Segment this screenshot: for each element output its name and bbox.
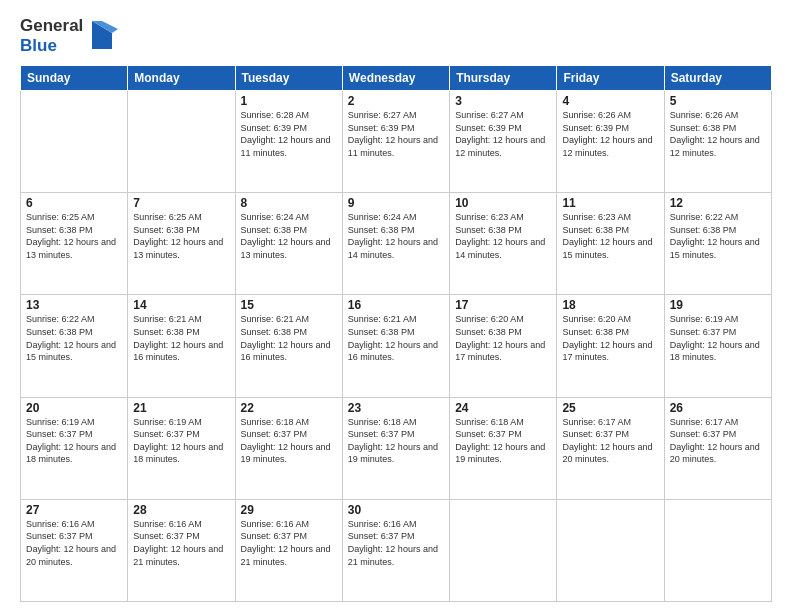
day-number: 25 bbox=[562, 401, 658, 415]
weekday-header-row: SundayMondayTuesdayWednesdayThursdayFrid… bbox=[21, 66, 772, 91]
day-number: 14 bbox=[133, 298, 229, 312]
day-cell bbox=[664, 499, 771, 601]
weekday-header-thursday: Thursday bbox=[450, 66, 557, 91]
day-number: 11 bbox=[562, 196, 658, 210]
day-info: Sunrise: 6:17 AM Sunset: 6:37 PM Dayligh… bbox=[670, 416, 766, 466]
day-number: 23 bbox=[348, 401, 444, 415]
day-cell: 9Sunrise: 6:24 AM Sunset: 6:38 PM Daylig… bbox=[342, 193, 449, 295]
day-info: Sunrise: 6:25 AM Sunset: 6:38 PM Dayligh… bbox=[133, 211, 229, 261]
day-number: 15 bbox=[241, 298, 337, 312]
week-row-2: 6Sunrise: 6:25 AM Sunset: 6:38 PM Daylig… bbox=[21, 193, 772, 295]
day-info: Sunrise: 6:16 AM Sunset: 6:37 PM Dayligh… bbox=[26, 518, 122, 568]
week-row-1: 1Sunrise: 6:28 AM Sunset: 6:39 PM Daylig… bbox=[21, 91, 772, 193]
day-info: Sunrise: 6:22 AM Sunset: 6:38 PM Dayligh… bbox=[670, 211, 766, 261]
day-number: 16 bbox=[348, 298, 444, 312]
day-info: Sunrise: 6:19 AM Sunset: 6:37 PM Dayligh… bbox=[133, 416, 229, 466]
day-info: Sunrise: 6:24 AM Sunset: 6:38 PM Dayligh… bbox=[348, 211, 444, 261]
day-cell: 29Sunrise: 6:16 AM Sunset: 6:37 PM Dayli… bbox=[235, 499, 342, 601]
day-number: 12 bbox=[670, 196, 766, 210]
day-cell: 26Sunrise: 6:17 AM Sunset: 6:37 PM Dayli… bbox=[664, 397, 771, 499]
day-number: 7 bbox=[133, 196, 229, 210]
day-cell: 16Sunrise: 6:21 AM Sunset: 6:38 PM Dayli… bbox=[342, 295, 449, 397]
header: General Blue bbox=[20, 16, 772, 55]
day-cell: 4Sunrise: 6:26 AM Sunset: 6:39 PM Daylig… bbox=[557, 91, 664, 193]
day-cell: 30Sunrise: 6:16 AM Sunset: 6:37 PM Dayli… bbox=[342, 499, 449, 601]
day-number: 24 bbox=[455, 401, 551, 415]
week-row-5: 27Sunrise: 6:16 AM Sunset: 6:37 PM Dayli… bbox=[21, 499, 772, 601]
weekday-header-sunday: Sunday bbox=[21, 66, 128, 91]
day-cell: 15Sunrise: 6:21 AM Sunset: 6:38 PM Dayli… bbox=[235, 295, 342, 397]
day-info: Sunrise: 6:27 AM Sunset: 6:39 PM Dayligh… bbox=[455, 109, 551, 159]
weekday-header-tuesday: Tuesday bbox=[235, 66, 342, 91]
day-info: Sunrise: 6:16 AM Sunset: 6:37 PM Dayligh… bbox=[133, 518, 229, 568]
day-cell: 2Sunrise: 6:27 AM Sunset: 6:39 PM Daylig… bbox=[342, 91, 449, 193]
logo-icon bbox=[86, 19, 118, 53]
day-number: 10 bbox=[455, 196, 551, 210]
day-cell: 25Sunrise: 6:17 AM Sunset: 6:37 PM Dayli… bbox=[557, 397, 664, 499]
day-info: Sunrise: 6:18 AM Sunset: 6:37 PM Dayligh… bbox=[241, 416, 337, 466]
day-number: 3 bbox=[455, 94, 551, 108]
day-number: 18 bbox=[562, 298, 658, 312]
day-number: 30 bbox=[348, 503, 444, 517]
day-number: 28 bbox=[133, 503, 229, 517]
day-info: Sunrise: 6:20 AM Sunset: 6:38 PM Dayligh… bbox=[562, 313, 658, 363]
logo-general-text: General bbox=[20, 16, 83, 36]
day-info: Sunrise: 6:26 AM Sunset: 6:39 PM Dayligh… bbox=[562, 109, 658, 159]
page: General Blue SundayMondayTuesdayWednesda… bbox=[0, 0, 792, 612]
day-info: Sunrise: 6:26 AM Sunset: 6:38 PM Dayligh… bbox=[670, 109, 766, 159]
day-info: Sunrise: 6:24 AM Sunset: 6:38 PM Dayligh… bbox=[241, 211, 337, 261]
day-info: Sunrise: 6:25 AM Sunset: 6:38 PM Dayligh… bbox=[26, 211, 122, 261]
day-number: 27 bbox=[26, 503, 122, 517]
day-info: Sunrise: 6:27 AM Sunset: 6:39 PM Dayligh… bbox=[348, 109, 444, 159]
day-cell: 21Sunrise: 6:19 AM Sunset: 6:37 PM Dayli… bbox=[128, 397, 235, 499]
day-cell: 1Sunrise: 6:28 AM Sunset: 6:39 PM Daylig… bbox=[235, 91, 342, 193]
weekday-header-saturday: Saturday bbox=[664, 66, 771, 91]
day-cell: 3Sunrise: 6:27 AM Sunset: 6:39 PM Daylig… bbox=[450, 91, 557, 193]
day-number: 4 bbox=[562, 94, 658, 108]
weekday-header-monday: Monday bbox=[128, 66, 235, 91]
day-number: 19 bbox=[670, 298, 766, 312]
day-cell bbox=[128, 91, 235, 193]
day-cell: 8Sunrise: 6:24 AM Sunset: 6:38 PM Daylig… bbox=[235, 193, 342, 295]
day-info: Sunrise: 6:21 AM Sunset: 6:38 PM Dayligh… bbox=[348, 313, 444, 363]
day-cell bbox=[450, 499, 557, 601]
day-cell: 7Sunrise: 6:25 AM Sunset: 6:38 PM Daylig… bbox=[128, 193, 235, 295]
day-cell: 24Sunrise: 6:18 AM Sunset: 6:37 PM Dayli… bbox=[450, 397, 557, 499]
day-info: Sunrise: 6:22 AM Sunset: 6:38 PM Dayligh… bbox=[26, 313, 122, 363]
day-cell: 28Sunrise: 6:16 AM Sunset: 6:37 PM Dayli… bbox=[128, 499, 235, 601]
day-cell: 12Sunrise: 6:22 AM Sunset: 6:38 PM Dayli… bbox=[664, 193, 771, 295]
day-number: 13 bbox=[26, 298, 122, 312]
day-info: Sunrise: 6:17 AM Sunset: 6:37 PM Dayligh… bbox=[562, 416, 658, 466]
day-number: 29 bbox=[241, 503, 337, 517]
day-cell: 18Sunrise: 6:20 AM Sunset: 6:38 PM Dayli… bbox=[557, 295, 664, 397]
day-cell: 14Sunrise: 6:21 AM Sunset: 6:38 PM Dayli… bbox=[128, 295, 235, 397]
day-cell: 11Sunrise: 6:23 AM Sunset: 6:38 PM Dayli… bbox=[557, 193, 664, 295]
day-info: Sunrise: 6:19 AM Sunset: 6:37 PM Dayligh… bbox=[26, 416, 122, 466]
day-info: Sunrise: 6:20 AM Sunset: 6:38 PM Dayligh… bbox=[455, 313, 551, 363]
day-info: Sunrise: 6:28 AM Sunset: 6:39 PM Dayligh… bbox=[241, 109, 337, 159]
day-info: Sunrise: 6:21 AM Sunset: 6:38 PM Dayligh… bbox=[241, 313, 337, 363]
day-cell: 23Sunrise: 6:18 AM Sunset: 6:37 PM Dayli… bbox=[342, 397, 449, 499]
day-cell: 5Sunrise: 6:26 AM Sunset: 6:38 PM Daylig… bbox=[664, 91, 771, 193]
day-info: Sunrise: 6:16 AM Sunset: 6:37 PM Dayligh… bbox=[241, 518, 337, 568]
day-cell: 22Sunrise: 6:18 AM Sunset: 6:37 PM Dayli… bbox=[235, 397, 342, 499]
day-number: 9 bbox=[348, 196, 444, 210]
day-cell bbox=[557, 499, 664, 601]
week-row-4: 20Sunrise: 6:19 AM Sunset: 6:37 PM Dayli… bbox=[21, 397, 772, 499]
day-cell: 20Sunrise: 6:19 AM Sunset: 6:37 PM Dayli… bbox=[21, 397, 128, 499]
day-cell: 27Sunrise: 6:16 AM Sunset: 6:37 PM Dayli… bbox=[21, 499, 128, 601]
day-cell: 13Sunrise: 6:22 AM Sunset: 6:38 PM Dayli… bbox=[21, 295, 128, 397]
day-info: Sunrise: 6:19 AM Sunset: 6:37 PM Dayligh… bbox=[670, 313, 766, 363]
day-info: Sunrise: 6:23 AM Sunset: 6:38 PM Dayligh… bbox=[455, 211, 551, 261]
day-cell bbox=[21, 91, 128, 193]
day-number: 17 bbox=[455, 298, 551, 312]
day-cell: 19Sunrise: 6:19 AM Sunset: 6:37 PM Dayli… bbox=[664, 295, 771, 397]
day-cell: 10Sunrise: 6:23 AM Sunset: 6:38 PM Dayli… bbox=[450, 193, 557, 295]
weekday-header-wednesday: Wednesday bbox=[342, 66, 449, 91]
weekday-header-friday: Friday bbox=[557, 66, 664, 91]
day-info: Sunrise: 6:23 AM Sunset: 6:38 PM Dayligh… bbox=[562, 211, 658, 261]
day-number: 26 bbox=[670, 401, 766, 415]
day-number: 8 bbox=[241, 196, 337, 210]
day-cell: 6Sunrise: 6:25 AM Sunset: 6:38 PM Daylig… bbox=[21, 193, 128, 295]
day-info: Sunrise: 6:18 AM Sunset: 6:37 PM Dayligh… bbox=[348, 416, 444, 466]
